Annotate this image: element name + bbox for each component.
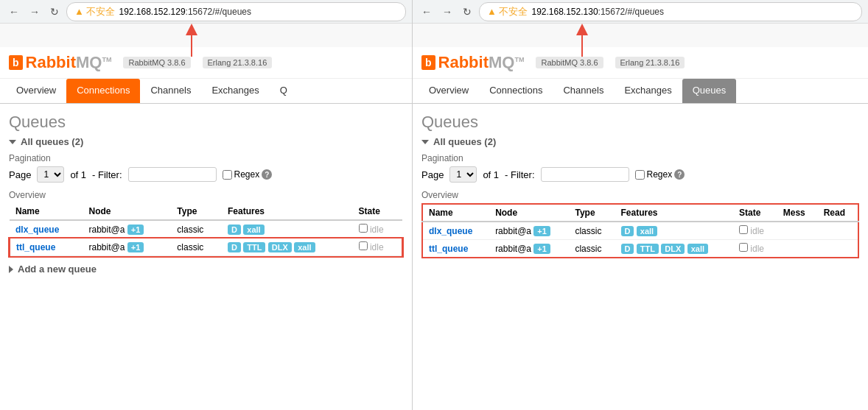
- left-col-node: Node: [83, 203, 171, 220]
- left-add-queue-toggle[interactable]: Add a new queue: [9, 264, 403, 275]
- right-warning-icon: ▲ 不安全: [487, 5, 528, 18]
- right-page-select[interactable]: 1: [449, 166, 477, 183]
- right-section-label: All queues (2): [433, 136, 496, 147]
- left-address-bar[interactable]: ▲ 不安全 192.168.152.129:15672/#/queues: [66, 2, 406, 21]
- left-add-queue-label: Add a new queue: [18, 264, 97, 275]
- right-queue-ttl-link[interactable]: ttl_queue: [429, 244, 468, 254]
- left-filter-input[interactable]: [128, 167, 217, 182]
- right-address-text: 192.168.152.130:15672/#/queues: [531, 7, 664, 17]
- left-overview-label: Overview: [9, 190, 403, 200]
- right-tab-queues[interactable]: Queues: [682, 79, 737, 103]
- right-row1-mess: [777, 222, 818, 240]
- right-pagination-controls: Page 1 of 1 - Filter: Regex ?: [421, 166, 859, 183]
- left-regex-checkbox[interactable]: [223, 170, 232, 180]
- right-logo-text: RabbitMQTM: [438, 53, 525, 72]
- left-tab-overview[interactable]: Overview: [6, 79, 66, 103]
- right-content: Queues All queues (2) Pagination Page 1 …: [413, 104, 868, 410]
- left-content: Queues All queues (2) Pagination Page 1 …: [0, 104, 412, 410]
- left-panel: ← → ↻ ▲ 不安全 192.168.152.129:15672/#/queu…: [0, 0, 413, 410]
- right-regex-label: Regex: [647, 169, 673, 180]
- right-tag-xall2: xall: [687, 244, 708, 254]
- right-help-badge: ?: [674, 169, 685, 180]
- left-page-select[interactable]: 1: [37, 166, 64, 183]
- left-triangle-icon: [9, 140, 16, 144]
- left-logo: b RabbitMQTM: [9, 53, 111, 72]
- left-queue-table: Name Node Type Features State dlx_queue …: [9, 203, 403, 256]
- right-row2-node: rabbit@a +1: [489, 240, 569, 258]
- left-tag-ttl: TTL: [243, 242, 265, 252]
- right-row2-features: D TTL DLX xall: [615, 240, 734, 258]
- right-regex-control: Regex ?: [635, 169, 685, 180]
- left-queue-ttl-link[interactable]: ttl_queue: [16, 242, 55, 252]
- right-col-read: Read: [818, 204, 858, 222]
- left-tab-exchanges[interactable]: Exchanges: [201, 79, 269, 103]
- left-row1-type: classic: [171, 220, 222, 238]
- right-filter-label: - Filter:: [505, 169, 534, 180]
- left-row1-checkbox[interactable]: [359, 224, 368, 233]
- right-address-bar[interactable]: ▲ 不安全 192.168.152.130:15672/#/queues: [479, 2, 862, 21]
- left-badge-d1: D: [228, 225, 241, 235]
- left-tag-xall1: xall: [243, 225, 264, 235]
- left-tab-channels[interactable]: Channels: [140, 79, 201, 103]
- right-row2-state: idle: [733, 240, 777, 258]
- right-triangle-icon: [421, 140, 429, 144]
- left-warning-icon: ▲ 不安全: [74, 5, 115, 18]
- left-address-text: 192.168.152.129:15672/#/queues: [119, 7, 251, 17]
- right-filter-input[interactable]: [541, 167, 629, 182]
- right-pagination-label: Pagination: [421, 153, 859, 163]
- right-row2-mess: [777, 240, 818, 258]
- right-row2-checkbox[interactable]: [739, 243, 748, 252]
- right-tab-overview[interactable]: Overview: [419, 79, 479, 103]
- right-row1-checkbox[interactable]: [739, 225, 748, 234]
- right-row2-state-label: idle: [750, 244, 764, 254]
- right-row1-state: idle: [733, 222, 777, 240]
- left-row2-checkbox[interactable]: [359, 241, 368, 250]
- left-row2-state: idle: [353, 238, 402, 256]
- right-row1-node: rabbit@a +1: [489, 222, 569, 240]
- right-tag-dlx: DLX: [661, 244, 685, 254]
- right-nav-tabs: Overview Connections Channels Exchanges …: [413, 79, 868, 104]
- left-col-type: Type: [171, 203, 222, 220]
- left-page-title: Queues: [9, 113, 403, 132]
- right-nav-refresh[interactable]: ↻: [460, 4, 475, 19]
- right-browser-bar: ← → ↻ ▲ 不安全 192.168.152.130:15672/#/queu…: [413, 0, 868, 24]
- left-nav-forward[interactable]: →: [27, 4, 43, 19]
- right-badge-d2: D: [621, 244, 634, 254]
- right-row1-type: classic: [569, 222, 615, 240]
- left-add-queue-arrow: [9, 266, 13, 273]
- table-row: dlx_queue rabbit@a +1 classic D xall idl…: [10, 220, 402, 238]
- right-tag-ttl: TTL: [637, 244, 659, 254]
- left-nav-refresh[interactable]: ↻: [47, 4, 62, 19]
- left-nav-back[interactable]: ←: [6, 4, 22, 19]
- left-row1-features: D xall: [222, 220, 353, 238]
- right-tag-xall1: xall: [637, 226, 657, 236]
- left-queue-dlx-link[interactable]: dlx_queue: [15, 225, 59, 235]
- left-nav-tabs: Overview Connections Channels Exchanges …: [0, 79, 412, 104]
- left-row1-state-label: idle: [370, 225, 384, 235]
- right-queue-dlx-link[interactable]: dlx_queue: [429, 226, 472, 236]
- right-tab-channels[interactable]: Channels: [553, 79, 614, 103]
- right-tab-exchanges[interactable]: Exchanges: [614, 79, 682, 103]
- left-row2-node: rabbit@a +1: [83, 238, 171, 256]
- left-tab-queues[interactable]: Q: [270, 79, 298, 103]
- right-logo: b RabbitMQTM: [421, 53, 524, 72]
- right-nav-back[interactable]: ←: [419, 4, 435, 19]
- right-col-type: Type: [569, 204, 615, 222]
- left-section-label: All queues (2): [21, 136, 83, 147]
- left-regex-label: Regex: [234, 169, 260, 180]
- right-regex-checkbox[interactable]: [635, 170, 645, 180]
- right-tab-connections[interactable]: Connections: [479, 79, 553, 103]
- right-nav-forward[interactable]: →: [439, 4, 455, 19]
- right-row2-read: [818, 240, 858, 258]
- table-row: ttl_queue rabbit@a +1 classic D TTL DLX …: [10, 238, 402, 256]
- left-filter-label: - Filter:: [92, 169, 122, 180]
- left-logo-text: RabbitMQTM: [26, 53, 112, 72]
- left-tab-connections[interactable]: Connections: [66, 79, 140, 103]
- right-col-features: Features: [615, 204, 734, 222]
- left-page-label: Page: [9, 169, 31, 180]
- right-row1-state-label: idle: [750, 226, 764, 236]
- table-row: dlx_queue rabbit@a +1 classic D xall idl…: [422, 222, 858, 240]
- left-col-features: Features: [222, 203, 353, 220]
- right-page-title: Queues: [421, 113, 859, 132]
- right-col-mess: Mess: [777, 204, 818, 222]
